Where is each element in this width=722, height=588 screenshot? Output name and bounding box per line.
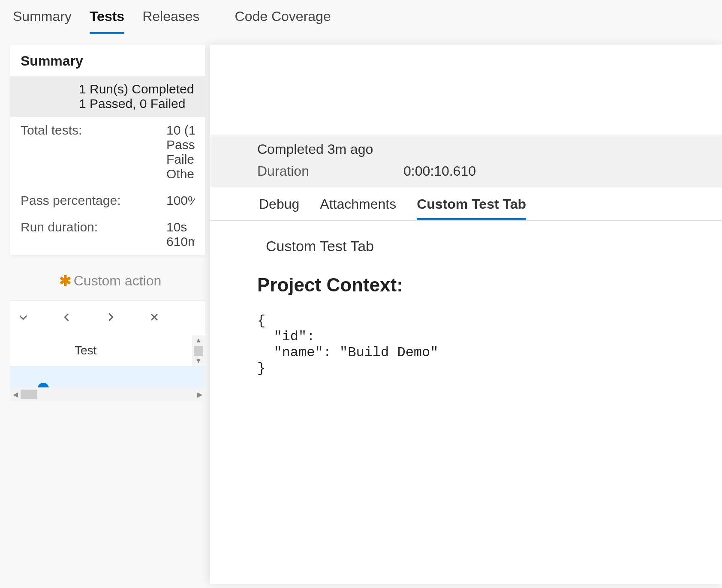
nav-row [10, 300, 205, 335]
duration-label: Duration [257, 163, 309, 179]
total-tests-value: 10 (1 [166, 123, 195, 138]
project-context-json: { "id": "name": "Build Demo" } [257, 313, 696, 376]
summary-banner: 1 Run(s) Completed 1 Passed, 0 Failed [10, 76, 205, 117]
chevron-down-icon[interactable] [15, 309, 32, 327]
tab-tests[interactable]: Tests [90, 9, 124, 34]
tab-code-coverage[interactable]: Code Coverage [235, 9, 331, 34]
custom-action-label: Custom action [74, 273, 162, 289]
summary-banner-line1: 1 Run(s) Completed [79, 82, 196, 96]
run-dur-label: Run duration: [21, 220, 166, 249]
pass-pct-value: 100% [166, 193, 195, 208]
completed-time: Completed 3m ago [257, 141, 688, 157]
fail-label: Faile [166, 152, 195, 167]
tab-releases[interactable]: Releases [142, 9, 199, 34]
summary-card: Summary 1 Run(s) Completed 1 Passed, 0 F… [10, 45, 205, 255]
horizontal-scrollbar[interactable]: ◀ ▶ [10, 387, 205, 401]
h-scrollbar-thumb[interactable] [21, 390, 37, 399]
test-row-selected[interactable] [10, 366, 205, 387]
scroll-up-icon[interactable]: ▲ [195, 335, 202, 345]
scroll-right-icon[interactable]: ▶ [197, 390, 202, 399]
pass-label: Pass [166, 138, 195, 152]
total-tests-label: Total tests: [21, 123, 166, 181]
scroll-down-icon[interactable]: ▼ [195, 356, 202, 366]
summary-banner-line2: 1 Passed, 0 Failed [79, 96, 196, 111]
run-dur-value-2: 610ms [166, 234, 195, 249]
chevron-right-icon[interactable] [102, 309, 119, 327]
detail-tab-custom[interactable]: Custom Test Tab [417, 196, 526, 220]
tab-summary[interactable]: Summary [13, 9, 72, 34]
custom-tab-subtitle: Custom Test Tab [266, 238, 696, 255]
vertical-scrollbar[interactable]: ▲ ▼ [192, 335, 205, 366]
test-column-label: Test [10, 344, 96, 357]
chevron-left-icon[interactable] [58, 309, 75, 327]
other-label: Othe [166, 167, 195, 181]
project-context-heading: Project Context: [257, 274, 696, 296]
asterisk-icon: ✱ [59, 272, 71, 289]
details-panel: Completed 3m ago Duration 0:00:10.610 De… [210, 45, 722, 584]
scrollbar-thumb[interactable] [194, 346, 203, 356]
detail-tab-debug[interactable]: Debug [259, 196, 299, 220]
custom-action[interactable]: ✱ Custom action [10, 272, 210, 289]
duration-value: 0:00:10.610 [403, 163, 476, 179]
summary-title: Summary [10, 45, 205, 76]
test-list-header: Test ▲ ▼ [10, 335, 205, 366]
run-dur-value-1: 10s [166, 220, 195, 234]
scroll-left-icon[interactable]: ◀ [13, 390, 18, 399]
detail-tabs: Debug Attachments Custom Test Tab [210, 187, 722, 221]
run-meta: Completed 3m ago Duration 0:00:10.610 [210, 135, 722, 187]
left-column: Summary 1 Run(s) Completed 1 Passed, 0 F… [0, 34, 210, 584]
detail-tab-attachments[interactable]: Attachments [320, 196, 396, 220]
top-tabs: Summary Tests Releases Code Coverage [0, 0, 722, 34]
close-icon[interactable] [146, 309, 163, 327]
pass-pct-label: Pass percentage: [21, 193, 166, 208]
